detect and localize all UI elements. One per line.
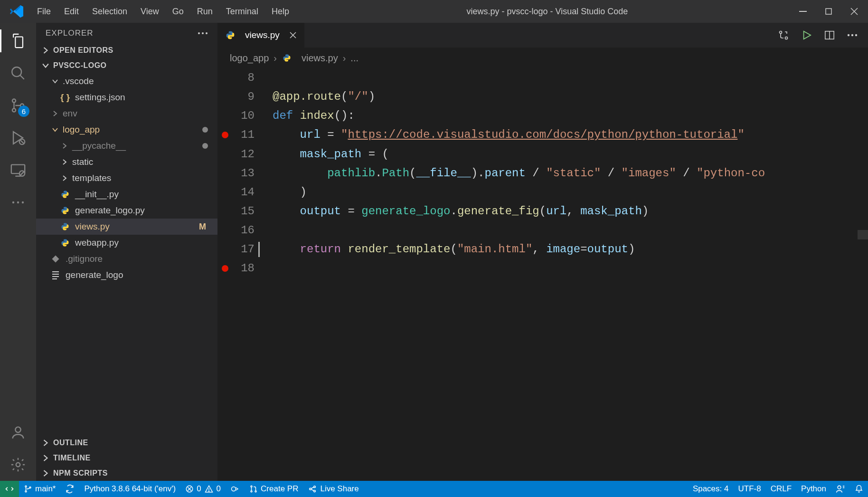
code-text[interactable]: return render_template("main.html", imag… — [263, 240, 635, 259]
more-icon[interactable] — [847, 34, 858, 37]
breakpoint-gutter[interactable] — [217, 87, 233, 106]
menu-help[interactable]: Help — [265, 4, 296, 19]
breakpoint-gutter[interactable] — [217, 145, 233, 164]
breakpoint-gutter[interactable] — [217, 106, 233, 125]
menu-run[interactable]: Run — [190, 4, 219, 19]
breakpoint-gutter[interactable] — [217, 183, 233, 202]
tree-folder-static[interactable]: static — [36, 154, 217, 170]
minimize-icon[interactable] — [799, 7, 807, 16]
close-icon[interactable] — [289, 31, 297, 39]
svg-point-22 — [202, 32, 204, 34]
encoding-label: UTF-8 — [738, 484, 761, 494]
sync-button[interactable] — [60, 481, 79, 497]
code-line[interactable]: 10def index(): — [217, 106, 868, 125]
breakpoint-gutter[interactable] — [217, 240, 233, 259]
folder-section[interactable]: PVSCC-LOGO — [36, 58, 217, 73]
python-interpreter[interactable]: Python 3.8.6 64-bit ('env') — [79, 481, 180, 497]
close-icon[interactable] — [850, 7, 859, 16]
git-branch[interactable]: main* — [19, 481, 60, 497]
breakpoint-gutter[interactable] — [217, 221, 233, 240]
split-editor-icon[interactable] — [824, 30, 835, 40]
feedback-icon[interactable] — [831, 484, 850, 494]
tree-folder-vscode[interactable]: .vscode — [36, 73, 217, 89]
code-line[interactable]: 11 url = "https://code.visualstudio.com/… — [217, 125, 868, 145]
outline-section[interactable]: OUTLINE — [36, 435, 217, 450]
notifications-icon[interactable] — [850, 484, 868, 494]
code-line[interactable]: 9@app.route("/") — [217, 87, 868, 106]
settings-gear-icon[interactable] — [9, 455, 28, 474]
compare-changes-icon[interactable] — [778, 29, 789, 41]
breakpoint-gutter[interactable] — [217, 125, 233, 145]
remote-indicator[interactable] — [0, 481, 19, 497]
code-line[interactable]: 12 mask_path = ( — [217, 145, 868, 164]
spaces-indicator[interactable]: Spaces: 4 — [688, 484, 734, 494]
breadcrumb-folder[interactable]: logo_app — [230, 53, 269, 64]
problems[interactable]: 0 0 — [180, 481, 226, 497]
menu-terminal[interactable]: Terminal — [219, 4, 265, 19]
code-text[interactable]: def index(): — [263, 106, 355, 125]
code-line[interactable]: 15 output = generate_logo.generate_fig(u… — [217, 202, 868, 221]
open-editors-section[interactable]: OPEN EDITORS — [36, 43, 217, 58]
tree-file-webapp[interactable]: webapp.py — [36, 235, 217, 251]
tree-file-init[interactable]: __init__.py — [36, 186, 217, 202]
encoding-indicator[interactable]: UTF-8 — [733, 484, 765, 494]
sidebar-more-icon[interactable] — [198, 32, 208, 35]
language-indicator[interactable]: Python — [796, 484, 831, 494]
explorer-icon[interactable] — [9, 31, 28, 50]
search-icon[interactable] — [9, 64, 28, 83]
code-text[interactable] — [263, 68, 273, 87]
tree-folder-env[interactable]: env — [36, 105, 217, 122]
tree-file-settings[interactable]: { }settings.json — [36, 89, 217, 105]
breakpoint-gutter[interactable] — [217, 68, 233, 87]
tree-file-generate-logo[interactable]: generate_logo — [36, 267, 217, 283]
tab-views[interactable]: views.py — [217, 23, 305, 48]
account-icon[interactable] — [9, 423, 28, 442]
tree-folder-logoapp[interactable]: logo_app — [36, 122, 217, 138]
svg-point-16 — [12, 201, 14, 203]
tree-file-generate-logo-py[interactable]: generate_logo.py — [36, 202, 217, 219]
port-forward[interactable] — [226, 481, 245, 497]
npm-scripts-section[interactable]: NPM SCRIPTS — [36, 466, 217, 481]
breadcrumb-file[interactable]: views.py — [302, 53, 338, 64]
code-text[interactable]: mask_path = ( — [263, 145, 389, 164]
code-editor[interactable]: 89@app.route("/")10def index():11 url = … — [217, 68, 868, 481]
breadcrumb[interactable]: logo_app › views.py › ... — [217, 48, 868, 68]
menu-go[interactable]: Go — [166, 4, 190, 19]
tree-folder-templates[interactable]: templates — [36, 170, 217, 186]
code-line[interactable]: 17 return render_template("main.html", i… — [217, 240, 868, 259]
tree-file-gitignore[interactable]: .gitignore — [36, 251, 217, 267]
run-debug-icon[interactable] — [9, 128, 28, 147]
code-text[interactable]: output = generate_logo.generate_fig(url,… — [263, 202, 649, 221]
code-line[interactable]: 16 — [217, 221, 868, 240]
remote-explorer-icon[interactable] — [9, 161, 28, 180]
minimap[interactable] — [858, 230, 868, 239]
live-share[interactable]: Live Share — [303, 481, 363, 497]
code-line[interactable]: 18 — [217, 259, 868, 278]
maximize-icon[interactable] — [824, 7, 833, 16]
code-line[interactable]: 14 ) — [217, 183, 868, 202]
breakpoint-gutter[interactable] — [217, 259, 233, 278]
code-text[interactable] — [263, 221, 273, 240]
menu-file[interactable]: File — [30, 4, 57, 19]
timeline-section[interactable]: TIMELINE — [36, 450, 217, 466]
code-text[interactable]: @app.route("/") — [263, 87, 375, 106]
code-text[interactable]: url = "https://code.visualstudio.com/doc… — [263, 125, 745, 145]
menu-selection[interactable]: Selection — [85, 4, 134, 19]
source-control-icon[interactable]: 6 — [9, 96, 28, 115]
ellipsis-icon[interactable] — [9, 193, 28, 212]
menu-view[interactable]: View — [134, 4, 166, 19]
code-text[interactable] — [263, 259, 273, 278]
breadcrumb-more[interactable]: ... — [350, 53, 359, 64]
code-line[interactable]: 8 — [217, 68, 868, 87]
run-icon[interactable] — [802, 30, 812, 40]
breakpoint-gutter[interactable] — [217, 202, 233, 221]
menu-edit[interactable]: Edit — [57, 4, 85, 19]
code-text[interactable]: pathlib.Path(__file__).parent / "static"… — [263, 164, 765, 183]
create-pr[interactable]: Create PR — [245, 481, 303, 497]
eol-indicator[interactable]: CRLF — [766, 484, 796, 494]
code-line[interactable]: 13 pathlib.Path(__file__).parent / "stat… — [217, 164, 868, 183]
tree-folder-pycache[interactable]: __pycache__ — [36, 138, 217, 154]
code-text[interactable]: ) — [263, 183, 307, 202]
tree-file-views[interactable]: views.pyM — [36, 219, 217, 235]
breakpoint-gutter[interactable] — [217, 164, 233, 183]
